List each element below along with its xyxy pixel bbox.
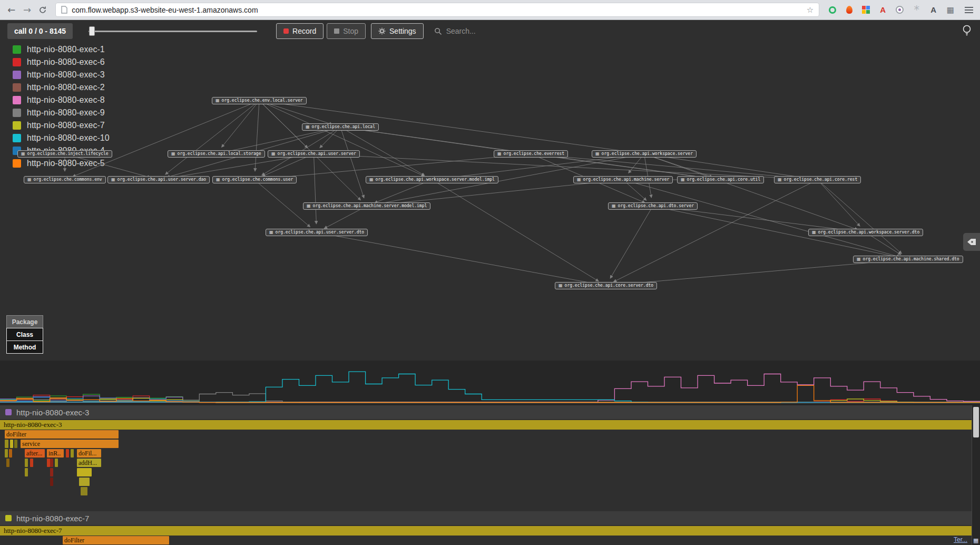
timeline-slider[interactable] [89,31,257,32]
table-extension-icon[interactable]: ▦ [945,4,956,15]
settings-label: Settings [389,27,416,35]
package-label: org.eclipse.che.api.local.storage [178,152,261,156]
refresh-button[interactable] [36,3,51,17]
package-label: org.eclipse.che.api.workspace.server.mod… [376,178,495,182]
flame-bar[interactable] [50,459,53,467]
flame-bar[interactable]: inR.. [47,449,64,458]
flame-bar[interactable] [10,440,13,448]
flame-bar[interactable] [30,459,33,467]
forward-button[interactable]: → [20,3,35,17]
flame-bar[interactable] [55,459,58,467]
mode-button-class[interactable]: Class [6,328,43,341]
settings-button[interactable]: Settings [371,23,424,39]
flame-bar[interactable] [66,449,69,458]
thread-section-header[interactable]: http-nio-8080-exec-7 [0,511,972,525]
graph-node[interactable]: ▦org.eclipse.che.commons.env [24,176,106,183]
flame-bar[interactable] [25,468,28,476]
graph-node[interactable]: ▦org.eclipse.che.api.user.server.dao [107,176,210,183]
graph-node[interactable]: ▦org.eclipse.che.api.workspace.server.dt… [808,229,923,236]
flame-bar[interactable] [50,468,53,476]
flame-bar[interactable] [6,459,9,467]
package-icon: ▦ [778,178,782,182]
search-box [434,27,531,35]
thread-section-header[interactable]: http-nio-8080-exec-3 [0,405,972,419]
package-icon: ▦ [27,178,32,182]
asterisk-extension-icon[interactable]: * [911,4,922,15]
flow-profiler-app: call 0 / 0 - 8145 Record Stop Settings [0,20,980,545]
flame-extension-icon[interactable] [844,4,855,15]
graph-node[interactable]: ▦org.eclipse.che.api.machine.server [573,176,673,183]
graph-node[interactable]: ▦org.eclipse.che.api.machine.shared.dto [853,256,963,263]
package-icon: ▦ [171,152,175,156]
search-input[interactable] [446,27,531,35]
tag-panel-button[interactable] [963,233,980,251]
color-grid-extension-icon[interactable] [860,4,871,15]
lightbulb-button[interactable] [961,24,973,41]
thread-color-swatch [5,515,12,521]
graph-node[interactable]: ▦org.eclipse.che.api.local [302,123,379,131]
flame-bar[interactable] [5,449,8,458]
package-icon: ▦ [307,204,311,208]
graph-node[interactable]: ▦org.eclipse.che.api.machine.server.mode… [303,202,430,210]
flame-root-bar[interactable]: http-nio-8080-exec-7 [0,526,972,536]
record-label: Record [292,27,316,35]
browser-chrome: ← → com.flow.webapp.s3-website-eu-west-1… [0,0,980,20]
graph-node[interactable]: ▦org.eclipse.che.api.workspace.server [592,150,697,158]
graph-node[interactable]: ▦org.eclipse.che.api.user.server.dto [266,229,368,236]
scrollbar-thumb[interactable] [973,407,979,437]
flame-bar[interactable]: addH... [77,459,101,467]
flame-bar[interactable] [81,487,87,495]
tag-icon [966,237,977,247]
flame-bar[interactable] [79,478,90,486]
refresh-icon [38,6,47,14]
call-counter-badge[interactable]: call 0 / 0 - 8145 [7,23,73,39]
back-button[interactable]: ← [4,3,19,17]
flame-bar[interactable] [25,459,28,467]
graph-node[interactable]: ▦org.eclipse.che.api.core.server.dto [555,282,657,289]
flame-bar[interactable]: service [21,440,119,448]
search-icon [434,27,442,35]
flame-bar[interactable]: doFilter [63,536,169,544]
activity-timeline[interactable] [0,361,980,405]
flame-bar[interactable] [9,449,12,458]
graph-node[interactable]: ▦org.eclipse.che.api.core.rest [774,176,861,183]
browser-menu-button[interactable] [962,3,976,17]
stop-button[interactable]: Stop [327,23,366,39]
address-bar[interactable]: com.flow.webapp.s3-website-eu-west-1.ama… [55,3,819,17]
graph-node[interactable]: ▦org.eclipse.che.api.user.server [268,150,360,158]
mode-button-package[interactable]: Package [6,315,43,328]
package-label: org.eclipse.che.api.user.server.dao [117,178,207,182]
graph-node[interactable]: ▦org.eclipse.che.env.local.server [212,97,307,104]
flame-bar[interactable]: doFilter [5,430,119,439]
graph-node[interactable]: ▦org.eclipse.che.commons.user [212,176,297,183]
red-a-extension-icon[interactable]: A [877,4,888,15]
flame-bar[interactable] [71,449,74,458]
package-label: org.eclipse.che.api.machine.shared.dto [863,257,959,261]
package-label: org.eclipse.che.api.local [312,125,375,129]
toolbar: call 0 / 0 - 8145 Record Stop Settings [0,20,980,42]
mode-button-method[interactable]: Method [6,340,43,354]
package-label: org.eclipse.che.api.workspace.server.dto [818,230,920,235]
flame-root-bar[interactable]: http-nio-8080-exec-3 [0,420,972,430]
package-graph-area: ▦org.eclipse.che.env.local.server▦org.ec… [0,42,980,361]
swirl-extension-icon[interactable] [894,4,905,15]
dark-a-extension-icon[interactable]: A [928,4,939,15]
graph-node[interactable]: ▦org.eclipse.che.inject.lifecycle [17,150,112,158]
green-ring-extension-icon[interactable] [827,4,838,15]
slider-handle[interactable] [89,26,95,36]
graph-node[interactable]: ▦org.eclipse.che.api.dto.server [608,202,698,210]
graph-node[interactable]: ▦org.eclipse.che.api.local.storage [168,150,265,158]
terminal-link[interactable]: Ter... [954,536,967,543]
flame-bar[interactable]: doFil... [77,449,101,458]
graph-node[interactable]: ▦org.eclipse.che.everrest [494,150,568,158]
bookmark-star-icon[interactable]: ☆ [807,5,814,15]
vertical-scrollbar[interactable]: ▦ [972,405,980,545]
flame-bar[interactable] [14,440,17,448]
flame-bar[interactable] [77,468,92,476]
graph-node[interactable]: ▦org.eclipse.che.api.core.util [677,176,764,183]
flame-bar[interactable] [5,440,8,448]
graph-node[interactable]: ▦org.eclipse.che.api.workspace.server.mo… [366,176,498,183]
flame-bar[interactable]: after... [25,449,45,458]
flame-bar[interactable] [50,478,53,486]
record-button[interactable]: Record [276,23,324,39]
